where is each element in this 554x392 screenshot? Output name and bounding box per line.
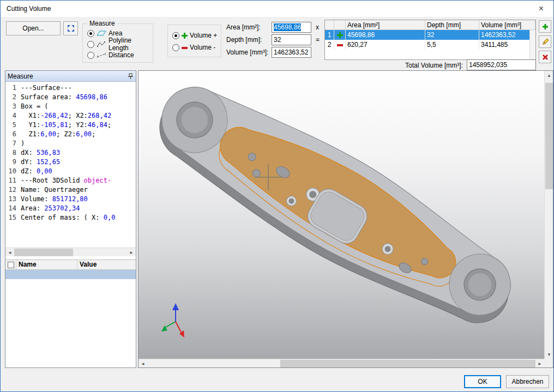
multiply-sign: x [316,23,319,31]
polyline-length-icon [97,41,106,47]
viewport: ▲ ▼ ◄ ► [138,70,553,368]
area-option-label: Area [109,29,122,37]
area-input[interactable]: 45698,86 [272,22,311,33]
area-icon [97,30,106,37]
scroll-down-icon[interactable]: ▼ [545,350,553,359]
measure-line: 6 Z1:6,00; Z2:6,00; [5,130,136,139]
close-button[interactable]: × [529,1,553,17]
volume-sign-group: Volume + Volume - [167,25,221,57]
measure-line: 10dZ: 0,00 [5,167,136,176]
measure-panel-title: Measure [8,73,33,80]
line-text: ---Surface--- [21,83,72,93]
open-button[interactable]: Open... [6,21,61,35]
add-volume-button[interactable] [539,20,551,33]
header-area[interactable]: Area [mm²] [346,20,425,29]
row-area: 45698,86 [346,30,425,40]
plus-icon [337,32,343,38]
measure-line: 9dY: 152,65 [5,158,136,167]
volume-row-2[interactable]: 2620,275,53411,485 [325,40,535,50]
fit-view-icon [67,24,75,33]
polyline-radio[interactable] [87,41,94,48]
minus-icon [337,42,343,48]
measure-hscrollbar[interactable]: ◄ ► [5,248,136,256]
line-text: Surface area: 45698,86 [21,93,107,102]
measure-hscroll-thumb[interactable] [14,249,73,256]
total-volume-input[interactable]: 1458952,035 [467,59,536,70]
viewport-hscroll-thumb[interactable] [280,360,535,367]
line-number: 13 [5,195,21,204]
measure-line: 12Name: Quertraeger [5,185,136,195]
measure-line: 13Volume: 851712,80 [5,195,136,204]
area-radio[interactable] [87,30,94,37]
row-number: 1 [325,30,334,40]
depth-input-value: 32 [274,36,281,44]
line-text: Center of mass: ( X: 0,0 [21,213,115,222]
line-text: Volume: 851712,80 [21,195,88,204]
line-number: 12 [5,185,21,195]
header-depth[interactable]: Depth [mm] [425,20,479,29]
value-column-header[interactable]: Value [77,260,136,269]
measure-lines[interactable]: 1---Surface---2Surface area: 45698,863Bo… [5,82,136,248]
measure-line: 2Surface area: 45698,86 [5,93,136,102]
measure-line: 3Box = ( [5,102,136,111]
line-number: 2 [5,93,21,102]
select-all-checkbox[interactable] [8,262,14,268]
distance-radio[interactable] [87,52,94,59]
scroll-left-icon[interactable]: ◄ [5,248,14,257]
volumes-grid-body: 145698,86321462363,522620,275,53411,485 [325,30,535,50]
line-text: Z1:6,00; Z2:6,00; [21,130,95,139]
edit-volume-button[interactable] [539,35,551,48]
area-input-value: 45698,86 [274,23,301,31]
window-title: Cutting Volume [7,1,51,17]
volume-row-1[interactable]: 145698,86321462363,52 [325,30,535,40]
scroll-right-icon[interactable]: ► [127,248,136,257]
ok-button[interactable]: OK [464,375,501,388]
measure-panel-header[interactable]: Measure [5,71,136,82]
delete-volume-button[interactable] [539,51,551,63]
pin-icon[interactable] [128,73,134,80]
row-depth: 32 [425,30,479,40]
volume-minus-radio[interactable] [172,44,179,51]
line-number: 6 [5,130,21,139]
line-text: dZ: 0,00 [21,167,52,176]
line-number: 9 [5,158,21,167]
fit-view-button[interactable] [63,21,78,35]
volume-input[interactable]: 1462363,52 [272,47,311,58]
scroll-right-icon[interactable]: ► [535,359,544,368]
volume-field-label: Volume [mm³]: [226,49,268,56]
result-grid[interactable]: Name Value [5,260,136,367]
depth-input[interactable]: 32 [272,34,311,45]
header-volume[interactable]: Volume [mm³] [479,20,535,29]
line-text: Y1:-105,81; Y2:46,84; [21,120,111,130]
result-row-empty[interactable] [5,270,136,279]
line-text: X1:-268,42; X2:268,42 [21,111,111,120]
measure-option-polyline[interactable]: Polyline Length [87,39,152,49]
distance-option-label: Distance [109,51,134,59]
scroll-corner [544,359,553,367]
viewport-hscrollbar[interactable]: ◄ ► [138,359,544,367]
measure-option-distance[interactable]: Distance [87,50,152,60]
line-number: 1 [5,83,21,93]
volume-minus-option[interactable]: Volume - [172,43,220,52]
name-column-header[interactable]: Name [16,260,77,269]
measure-group-title: Measure [87,20,117,27]
axis-triad-icon [161,303,184,337]
volume-plus-option[interactable]: Volume + [172,31,220,40]
viewport-vscroll-thumb[interactable] [545,83,553,189]
viewport-canvas[interactable] [138,71,544,359]
volume-plus-radio[interactable] [172,32,179,39]
cutting-volume-dialog: Cutting Volume × Open... Measure Area Po… [0,0,554,392]
scroll-left-icon[interactable]: ◄ [138,359,147,368]
measure-panel: Measure 1---Surface---2Surface area: 456… [5,70,136,368]
viewport-vscrollbar[interactable]: ▲ ▼ [544,71,553,359]
row-depth: 5,5 [425,40,479,50]
volumes-grid-scrollbar[interactable] [529,30,535,59]
line-number: 14 [5,204,21,213]
volumes-grid[interactable]: Area [mm²] Depth [mm] Volume [mm³] 14569… [324,20,536,60]
cancel-button[interactable]: Abbrechen [506,375,549,388]
scroll-up-icon[interactable]: ▲ [545,71,553,80]
line-number: 3 [5,102,21,111]
line-number: 5 [5,120,21,130]
row-area: 620,27 [346,40,425,50]
area-field-label: Area [mm²]: [226,23,261,31]
